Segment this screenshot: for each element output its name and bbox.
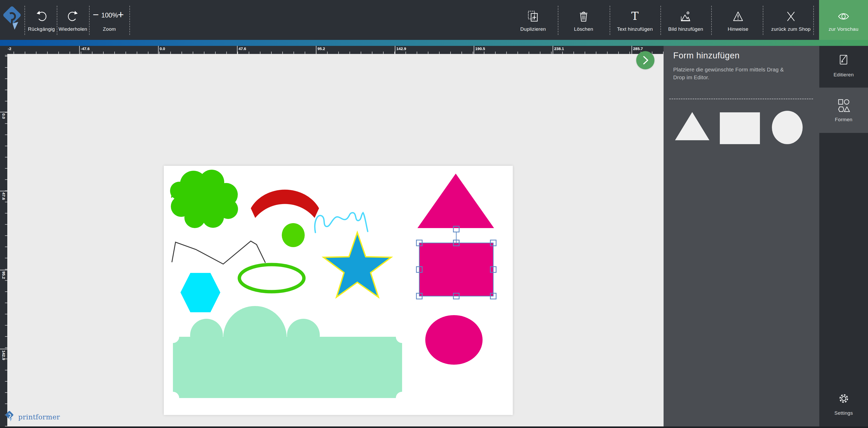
sidebar-item-formen[interactable]: Formen: [819, 88, 868, 133]
ruler-tick-label: 95.2: [2, 272, 6, 279]
sidebar-item-settings[interactable]: Settings: [819, 389, 868, 428]
ruler-tick: [0, 191, 7, 191]
ruler-tick-label: 47.6: [2, 192, 6, 200]
toolbar-separator: [660, 6, 661, 35]
delete-label: Löschen: [561, 26, 606, 32]
ruler-tick-label: -2: [8, 47, 11, 51]
preview-label: zur Vorschau: [819, 26, 868, 32]
sidebar-item-settings-label: Settings: [819, 410, 868, 416]
shape-plaque-cloud[interactable]: [173, 306, 402, 398]
svg-text:T: T: [631, 10, 639, 22]
ruler-tick: [395, 46, 395, 54]
zoom-level: 100%: [100, 11, 119, 19]
zoom-label: Zoom: [89, 26, 130, 32]
warning-icon: [732, 10, 744, 22]
duplicate-button[interactable]: Duplizieren: [510, 0, 556, 40]
shapes-panel: Form hinzufügen Platziere die gewünschte…: [663, 46, 819, 428]
chevron-right-icon: [636, 51, 654, 69]
shape-small-circle[interactable]: [282, 223, 305, 247]
ruler-tick-label: 47.6: [239, 47, 246, 51]
gear-icon: [837, 392, 850, 405]
ruler-horizontal-minor-ticks: [7, 52, 663, 54]
shape-squiggle[interactable]: [315, 213, 368, 232]
ruler-tick: [474, 46, 474, 54]
ruler-vertical-minor-ticks: [5, 46, 7, 428]
shape-rectangle-selected[interactable]: [419, 243, 493, 296]
canvas-shapes-layer: [164, 166, 513, 415]
toolbar-separator: [25, 6, 25, 35]
toolbar-separator: [711, 6, 712, 35]
ruler-tick-label: 190.5: [475, 47, 485, 51]
trash-icon: [578, 10, 590, 22]
ruler-tick: [158, 46, 159, 54]
ruler-tick: [316, 46, 316, 54]
redo-button[interactable]: Wiederholen: [57, 0, 89, 40]
ruler-tick-label: 95.2: [317, 47, 325, 51]
shape-cloud[interactable]: [170, 170, 238, 228]
toolbar-separator: [763, 6, 763, 35]
eye-icon: [837, 10, 850, 22]
duplicate-icon: [527, 10, 539, 22]
ruler-tick: [79, 46, 80, 54]
edit-icon: [838, 53, 850, 66]
shape-star[interactable]: [323, 232, 391, 297]
ruler-tick-label: 0.0: [160, 47, 165, 51]
zoom-out-button[interactable]: −: [93, 9, 99, 20]
add-text-label: Text hinzufügen: [612, 26, 658, 32]
bottom-edge: [0, 426, 868, 428]
toolbar-separator: [610, 6, 610, 35]
toolbar-separator: [558, 6, 558, 35]
shape-zigzag[interactable]: [172, 241, 266, 264]
undo-label: Rückgängig: [26, 26, 57, 32]
ruler-tick: [0, 270, 7, 270]
image-icon: [680, 10, 692, 22]
back-to-shop-label: zurück zum Shop: [765, 26, 817, 32]
ruler-tick-label: 0.0: [2, 113, 6, 119]
printformer-footer-icon: [4, 410, 16, 424]
sidebar: Editieren Formen Settings: [819, 46, 868, 428]
shape-pink-circle[interactable]: [425, 315, 483, 365]
duplicate-label: Duplizieren: [510, 26, 556, 32]
ruler-tick-label: 285.7: [633, 47, 643, 51]
zoom-in-button[interactable]: +: [118, 9, 124, 20]
ruler-tick: [0, 349, 7, 349]
sidebar-item-editieren-label: Editieren: [819, 72, 868, 78]
hints-button[interactable]: Hinweise: [715, 0, 761, 40]
add-image-label: Bild hinzufügen: [663, 26, 708, 32]
redo-label: Wiederholen: [57, 26, 89, 32]
shape-ellipse-outline[interactable]: [239, 264, 304, 292]
ruler-tick-label: 142.9: [2, 350, 6, 360]
delete-button[interactable]: Löschen: [561, 0, 606, 40]
panel-divider: [669, 98, 813, 99]
ruler-vertical: 0.047.695.2142.9: [0, 46, 7, 428]
printformer-logo[interactable]: [3, 4, 22, 36]
shapes-icon: [837, 98, 850, 112]
add-image-button[interactable]: Bild hinzufügen: [663, 0, 708, 40]
shape-thumb-circle[interactable]: [772, 111, 803, 144]
shape-fan[interactable]: [251, 190, 319, 218]
ruler-tick: [237, 46, 238, 54]
add-text-button[interactable]: T Text hinzufügen: [612, 0, 658, 40]
ruler-tick-label: 238.1: [554, 47, 564, 51]
back-to-shop-button[interactable]: zurück zum Shop: [765, 0, 817, 40]
shape-thumb-square[interactable]: [719, 112, 760, 144]
preview-button[interactable]: zur Vorschau: [819, 0, 868, 40]
toolbar-separator: [129, 6, 130, 35]
ruler-horizontal: -2-47.60.047.695.2142.9190.5238.1285.7: [7, 46, 663, 54]
brand-footer: printformer: [4, 409, 60, 425]
ruler-tick: [631, 46, 632, 54]
shape-hexagon[interactable]: [181, 273, 220, 312]
redo-icon: [67, 10, 79, 22]
panel-description: Platziere die gewünschte Form mittels Dr…: [673, 66, 788, 81]
shape-triangle[interactable]: [417, 174, 494, 228]
panel-collapse-button[interactable]: [636, 51, 654, 69]
printformer-logo-icon: [3, 4, 22, 36]
accent-gradient-bar: [0, 40, 868, 46]
sidebar-item-editieren[interactable]: Editieren: [819, 46, 868, 88]
text-icon: T: [629, 10, 641, 22]
panel-title: Form hinzufügen: [673, 51, 740, 60]
shape-thumb-triangle[interactable]: [674, 111, 710, 142]
ruler-tick: [0, 112, 7, 112]
ruler-tick-label: 142.9: [396, 47, 406, 51]
undo-button[interactable]: Rückgängig: [26, 0, 57, 40]
